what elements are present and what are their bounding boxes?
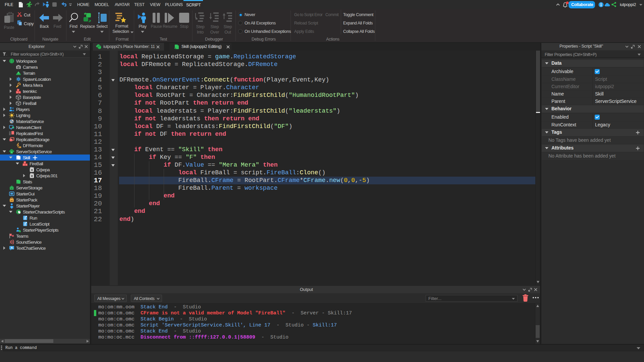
svg-text:A: A <box>11 246 13 249</box>
